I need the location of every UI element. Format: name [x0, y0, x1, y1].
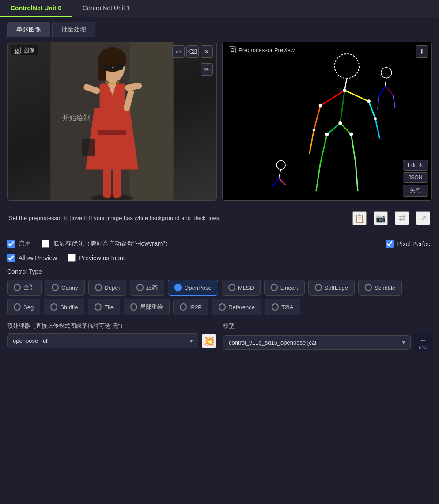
allow-preview-checkbox-item[interactable]: Allow Preview [7, 254, 57, 262]
radio-ip2p [180, 303, 187, 311]
pose-svg [223, 42, 431, 200]
low-vram-checkbox[interactable] [42, 240, 49, 248]
pose-buttons: Edit ⚠ JSON 关闭 [403, 160, 428, 197]
control-btn-mlsd[interactable]: MLSD [222, 280, 261, 296]
options-row-1: 启用 低显存优化（需配合启动参数"--lowvram"） Pixel Perfe… [7, 240, 432, 248]
svg-rect-2 [129, 42, 173, 200]
bottom-section: 预处理器（直接上传模式图或草稿时可选"无"） openpose_full ▼ 💥… [7, 322, 432, 351]
control-btn-normal[interactable]: 正态 [130, 280, 164, 296]
radio-normal [136, 284, 144, 291]
radio-repainting [130, 303, 137, 311]
control-label-tile: Tile [104, 304, 113, 311]
pixel-perfect-label: Pixel Perfect [397, 240, 432, 247]
end-label: END [419, 345, 427, 349]
enable-checkbox[interactable] [7, 240, 15, 248]
model-section: 模型 control_v11p_sd15_openpose [cal ▼ ← E… [223, 322, 432, 351]
tab-unit1[interactable]: ControlNet Unit 1 [72, 0, 140, 17]
control-btn-repainting[interactable]: 局部重绘 [124, 299, 170, 315]
fashion-image: 开始绘制 [8, 42, 216, 200]
image-icon: 🖼 [14, 47, 21, 54]
control-btn-ip2p[interactable]: IP2P [173, 299, 208, 315]
control-btn-openpose[interactable]: OpenPose [168, 280, 218, 296]
tab-single-image[interactable]: 单张图像 [7, 22, 50, 37]
model-dropdown-container: control_v11p_sd15_openpose [cal ▼ [223, 335, 411, 350]
control-label-shuffle: Shuffle [60, 304, 78, 311]
svg-rect-5 [113, 165, 121, 198]
control-btn-depth[interactable]: Depth [88, 280, 127, 296]
fashion-svg [8, 42, 216, 200]
enable-checkbox-item[interactable]: 启用 [7, 240, 31, 248]
svg-point-51 [325, 133, 329, 136]
camera-icon-button[interactable]: 📷 [374, 211, 388, 225]
control-label-all: 全部 [23, 284, 35, 292]
edit-pose-button[interactable]: Edit ⚠ [403, 160, 428, 171]
end-arrow-icon: ← [419, 336, 427, 345]
preprocessor-select[interactable]: openpose_full [7, 333, 198, 348]
tab-unit0[interactable]: ControlNet Unit 0 [0, 0, 72, 17]
pose-preview [223, 42, 431, 200]
info-bar: Set the preprocessor to [invert] If your… [7, 208, 432, 229]
preprocessor-dropdown-row: openpose_full ▼ 💥 [7, 333, 216, 348]
allow-preview-checkbox[interactable] [7, 254, 15, 262]
undo-button[interactable]: ↩ [172, 45, 185, 58]
left-panel-title: 图像 [23, 46, 35, 54]
info-text: Set the preprocessor to [invert] If your… [9, 214, 345, 223]
erase-button[interactable]: ⌫ [186, 45, 199, 58]
preview-as-input-label: Preview as Input [79, 254, 125, 261]
svg-point-53 [313, 129, 315, 131]
radio-softedge [315, 284, 322, 291]
control-btn-scribble[interactable]: Scribble [358, 280, 402, 296]
control-btn-shuffle[interactable]: Shuffle [44, 299, 84, 315]
control-btn-t2ia[interactable]: T2IA [265, 299, 300, 315]
model-title: 模型 [223, 322, 432, 330]
svg-rect-4 [103, 165, 111, 198]
control-label-mlsd: MLSD [238, 284, 254, 291]
download-button[interactable]: ⬇ [416, 45, 428, 58]
preprocessor-section: 预处理器（直接上传模式图或草稿时可选"无"） openpose_full ▼ 💥 [7, 322, 216, 348]
pencil-button[interactable]: ✏ [201, 63, 213, 76]
radio-tile [95, 303, 102, 311]
low-vram-label: 低显存优化（需配合启动参数"--lowvram"） [53, 240, 171, 248]
control-btn-canny[interactable]: Canny [45, 280, 85, 296]
close-preview-button[interactable]: 关闭 [403, 185, 428, 197]
svg-point-49 [319, 104, 322, 107]
left-panel-side-toolbar: ✏ [201, 63, 213, 76]
low-vram-checkbox-item[interactable]: 低显存优化（需配合启动参数"--lowvram"） [42, 240, 171, 248]
radio-scribble [365, 284, 372, 291]
preview-as-input-checkbox[interactable] [68, 254, 76, 262]
left-image-panel[interactable]: 🖼 图像 ↩ ⌫ ✕ ✏ [7, 42, 217, 201]
preprocessor-icon: 🖼 [229, 46, 236, 53]
control-btn-softedge[interactable]: SoftEdge [308, 280, 355, 296]
options-row-2: Allow Preview Preview as Input [7, 254, 432, 262]
pixel-perfect-checkbox[interactable] [386, 240, 394, 248]
control-label-lineart: Lineart [280, 284, 298, 291]
model-select[interactable]: control_v11p_sd15_openpose [cal [223, 335, 411, 350]
control-btn-reference[interactable]: Reference [212, 299, 261, 315]
control-btn-tile[interactable]: Tile [88, 299, 120, 315]
control-label-softedge: SoftEdge [325, 284, 348, 291]
control-label-seg: Seg [23, 304, 34, 311]
image-panels: 🖼 图像 ↩ ⌫ ✕ ✏ [7, 42, 432, 201]
control-btn-seg[interactable]: Seg [7, 299, 40, 315]
svg-point-52 [349, 133, 353, 136]
swap-icon-button[interactable]: ⇄ [395, 211, 409, 225]
json-button[interactable]: JSON [403, 172, 428, 183]
svg-rect-18 [113, 65, 123, 70]
app-container: ControlNet Unit 0 ControlNet Unit 1 单张图像… [0, 0, 439, 504]
right-image-panel: 🖼 Preprocessor Preview ⬇ [222, 42, 432, 201]
preview-as-input-checkbox-item[interactable]: Preview as Input [68, 254, 125, 262]
fire-icon-button[interactable]: 💥 [202, 334, 216, 348]
close-image-button[interactable]: ✕ [201, 45, 213, 58]
end-button[interactable]: ← END [414, 333, 432, 351]
main-content: 🖼 图像 ↩ ⌫ ✕ ✏ [0, 37, 439, 358]
svg-rect-17 [102, 65, 112, 70]
control-btn-lineart[interactable]: Lineart [264, 280, 305, 296]
arrow-right-icon-button[interactable]: ↗ [416, 211, 430, 225]
radio-depth [95, 284, 102, 291]
radio-lineart [271, 284, 278, 291]
radio-shuffle [50, 303, 57, 311]
document-icon-button[interactable]: 📋 [352, 211, 367, 225]
pixel-perfect-checkbox-item[interactable]: Pixel Perfect [386, 240, 432, 248]
tab-batch[interactable]: 批量处理 [52, 22, 95, 37]
control-btn-all[interactable]: 全部 [7, 280, 42, 296]
